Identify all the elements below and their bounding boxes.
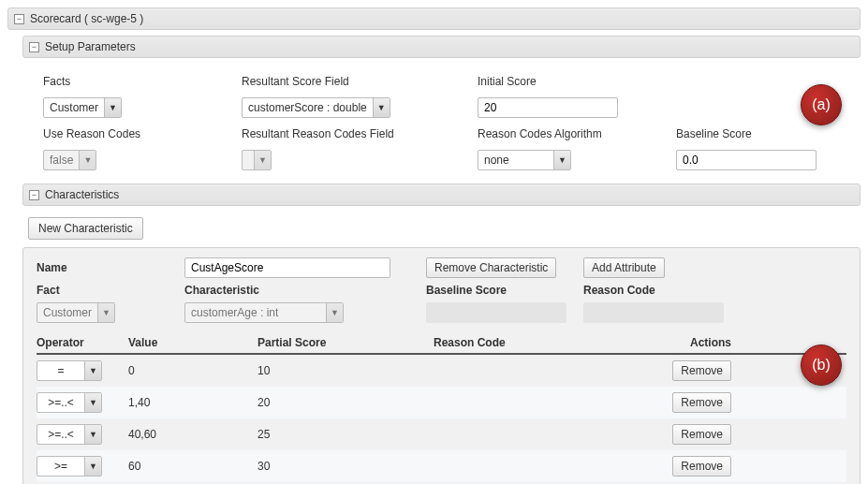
remove-button[interactable]: Remove — [672, 360, 731, 381]
scorecard-panel: − Scorecard ( sc-wge-5 ) — [7, 7, 861, 30]
chevron-down-icon[interactable]: ▼ — [84, 457, 101, 476]
reason-codes-algorithm-value: none — [478, 151, 553, 169]
remove-button[interactable]: Remove — [672, 456, 731, 477]
char-baseline-score-field — [426, 302, 566, 323]
char-fact-value: Customer — [37, 303, 97, 322]
collapse-icon[interactable]: − — [14, 14, 24, 24]
collapse-icon[interactable]: − — [29, 42, 39, 52]
operator-select[interactable]: >=..<▼ — [37, 424, 102, 445]
operator-value: >=..< — [37, 425, 84, 444]
operator-value: >=..< — [37, 393, 84, 412]
baseline-score-label: Baseline Score — [676, 124, 826, 144]
chevron-down-icon[interactable]: ▼ — [373, 98, 390, 117]
col-reason-code: Reason Code — [434, 336, 602, 349]
use-reason-codes-value: false — [44, 151, 79, 169]
chevron-down-icon: ▼ — [326, 303, 343, 322]
char-reason-code-label: Reason Code — [583, 284, 733, 297]
chevron-down-icon[interactable]: ▼ — [84, 361, 101, 380]
resultant-reason-codes-field-select: ▼ — [242, 150, 272, 170]
use-reason-codes-label: Use Reason Codes — [43, 124, 230, 144]
collapse-icon[interactable]: − — [29, 190, 39, 200]
operator-value: >= — [37, 457, 84, 476]
value-cell: 60 — [128, 460, 250, 473]
operator-select[interactable]: >=▼ — [37, 456, 102, 477]
value-cell: 40,60 — [128, 428, 250, 441]
char-characteristic-select: customerAge : int ▼ — [184, 302, 344, 323]
baseline-score-input[interactable] — [676, 150, 817, 170]
scorecard-title: Scorecard ( sc-wge-5 ) — [30, 12, 143, 25]
col-operator: Operator — [37, 336, 121, 349]
partial-score-cell: 25 — [257, 428, 426, 441]
characteristic-box: Name Remove Characteristic Add Attribute… — [22, 247, 861, 484]
char-fact-select: Customer ▼ — [37, 302, 115, 323]
col-partial-score: Partial Score — [257, 336, 426, 349]
facts-value: Customer — [44, 98, 104, 117]
char-name-label: Name — [37, 261, 177, 274]
chevron-down-icon[interactable]: ▼ — [84, 393, 101, 412]
initial-score-input[interactable] — [478, 97, 618, 118]
char-characteristic-value: customerAge : int — [185, 303, 326, 322]
resultant-score-field-value: customerScore : double — [243, 98, 373, 117]
partial-score-cell: 20 — [257, 396, 426, 409]
chevron-down-icon: ▼ — [97, 303, 114, 322]
use-reason-codes-select: false ▼ — [43, 150, 96, 170]
setup-parameters-title: Setup Parameters — [45, 40, 136, 53]
char-reason-code-field — [583, 302, 724, 323]
annotation-badge-b: (b) — [801, 345, 842, 386]
resultant-reason-codes-field-value — [243, 151, 254, 169]
characteristics-panel: − Characteristics — [22, 183, 861, 206]
char-name-input[interactable] — [184, 257, 390, 278]
partial-score-cell: 30 — [257, 460, 426, 473]
annotation-badge-a: (a) — [801, 84, 842, 125]
chevron-down-icon[interactable]: ▼ — [84, 425, 101, 444]
resultant-score-field-label: Resultant Score Field — [242, 71, 466, 92]
table-row: >=..<▼40,6025Remove — [37, 418, 846, 450]
setup-parameters-panel: − Setup Parameters — [22, 36, 861, 58]
initial-score-label: Initial Score — [478, 71, 665, 92]
partial-score-cell: 10 — [257, 364, 426, 377]
attribute-table: Operator Value Partial Score Reason Code… — [37, 332, 846, 482]
resultant-reason-codes-field-label: Resultant Reason Codes Field — [242, 124, 466, 144]
resultant-score-field-select[interactable]: customerScore : double ▼ — [242, 97, 390, 118]
operator-select[interactable]: >=..<▼ — [37, 392, 102, 413]
char-fact-label: Fact — [37, 284, 177, 297]
reason-codes-algorithm-select[interactable]: none ▼ — [478, 150, 571, 170]
chevron-down-icon: ▼ — [79, 151, 96, 169]
facts-label: Facts — [43, 71, 230, 92]
operator-select[interactable]: =▼ — [37, 360, 102, 381]
reason-codes-algorithm-label: Reason Codes Algorithm — [478, 124, 665, 144]
characteristics-title: Characteristics — [45, 188, 119, 201]
chevron-down-icon[interactable]: ▼ — [553, 151, 570, 169]
table-row: >=..<▼1,4020Remove — [37, 387, 846, 418]
char-characteristic-label: Characteristic — [184, 284, 419, 297]
facts-select[interactable]: Customer ▼ — [43, 97, 122, 118]
chevron-down-icon[interactable]: ▼ — [104, 98, 121, 117]
table-row: =▼010Remove — [37, 355, 846, 387]
value-cell: 0 — [128, 364, 250, 377]
operator-value: = — [37, 361, 84, 380]
value-cell: 1,40 — [128, 396, 250, 409]
chevron-down-icon: ▼ — [254, 151, 271, 169]
col-value: Value — [128, 336, 250, 349]
remove-characteristic-button[interactable]: Remove Characteristic — [426, 257, 556, 278]
remove-button[interactable]: Remove — [672, 424, 731, 445]
remove-button[interactable]: Remove — [672, 392, 731, 413]
col-actions: Actions — [610, 336, 731, 349]
new-characteristic-button[interactable]: New Characteristic — [28, 217, 143, 240]
char-baseline-score-label: Baseline Score — [426, 284, 576, 297]
table-row: >=▼6030Remove — [37, 450, 846, 482]
add-attribute-button[interactable]: Add Attribute — [583, 257, 665, 278]
